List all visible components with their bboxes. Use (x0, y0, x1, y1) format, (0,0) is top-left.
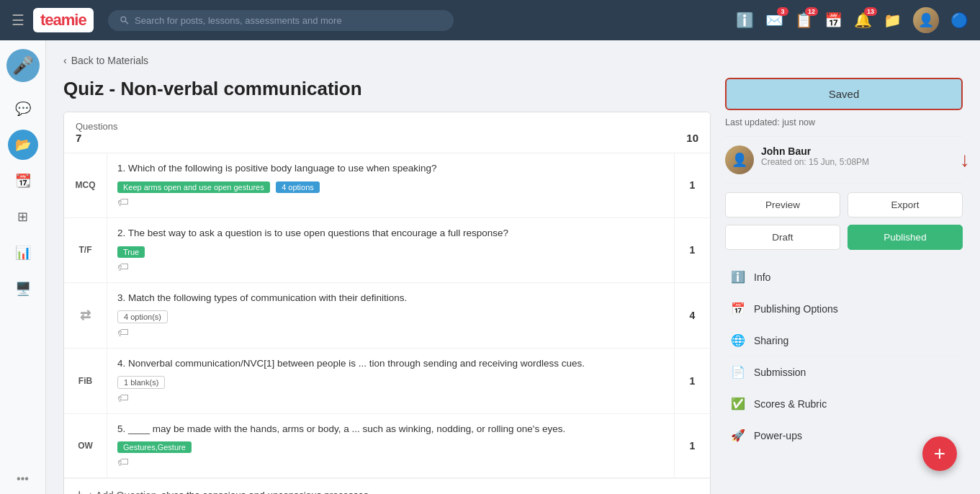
menu-list: ℹ️ Info 📅 Publishing Options 🌐 Sharing 📄… (725, 261, 963, 451)
sidebar-more-icon[interactable]: ••• (17, 472, 29, 485)
questions-label: Questions (76, 121, 118, 132)
info-menu-icon: ℹ️ (731, 270, 745, 284)
messages-badge: 3 (777, 7, 788, 16)
help-icon[interactable]: 🔵 (950, 12, 968, 29)
menu-item-publishing-label: Publishing Options (754, 303, 838, 315)
info-icon-nav[interactable]: ℹ️ (736, 12, 754, 29)
bookmark-icon-4[interactable]: 🏷 (117, 392, 664, 405)
menu-item-submission[interactable]: 📄 Submission (725, 356, 963, 388)
table-row: ⇄ 3. Match the following types of commun… (64, 283, 710, 349)
question-type-fib: FiB (64, 349, 107, 413)
question-tag-1b: 4 options (276, 181, 320, 193)
bookmark-icon-3[interactable]: 🏷 (117, 326, 664, 339)
table-header: Questions 7 10 (64, 112, 710, 153)
question-content-2[interactable]: 2. The best way to ask a question is to … (107, 218, 674, 282)
question-points-1: 1 (674, 153, 710, 217)
question-text-5: 5. ____ may be made with the hands, arms… (117, 423, 664, 436)
sidebar-item-messages[interactable]: 💬 (8, 94, 38, 124)
table-row: MCQ 1. Which of the following is positiv… (64, 153, 710, 218)
questions-count: 7 (76, 132, 118, 144)
search-icon (120, 15, 129, 25)
question-content-5[interactable]: 5. ____ may be made with the hands, arms… (107, 414, 674, 478)
question-text-1: 1. Which of the following is positive bo… (117, 162, 664, 176)
last-row-preview: olves the conscious and unconscious proc… (161, 490, 698, 494)
menu-item-sharing[interactable]: 🌐 Sharing (725, 325, 963, 356)
fab-plus-icon: + (934, 442, 945, 465)
question-content-1[interactable]: 1. Which of the following is positive bo… (107, 153, 674, 217)
bookmark-icon-1[interactable]: 🏷 (117, 196, 664, 209)
sidebar-item-materials[interactable]: 📂 (8, 130, 38, 160)
add-question-label: + Add Question (88, 490, 157, 494)
question-text-2: 2. The best way to ask a question is to … (117, 227, 664, 241)
question-type-tf: T/F (64, 218, 107, 282)
author-name: John Baur (761, 145, 869, 157)
export-button[interactable]: Export (848, 192, 963, 217)
menu-item-info-label: Info (754, 271, 770, 283)
hamburger-icon[interactable]: ☰ (12, 12, 24, 29)
question-content-4[interactable]: 4. Nonverbal communication/NVC[1] betwee… (107, 349, 674, 413)
sidebar-item-analytics[interactable]: 📊 (8, 238, 38, 268)
bell-badge: 13 (864, 7, 877, 16)
sidebar-item-display[interactable]: 🖥️ (8, 274, 38, 304)
right-panel: Saved Last updated: just now 👤 John Baur… (725, 78, 963, 494)
shuffle-icon: ⇄ (80, 307, 91, 323)
published-button[interactable]: Published (848, 225, 963, 250)
messages-icon[interactable]: ✉️ 3 (765, 12, 783, 29)
question-points-4: 1 (674, 349, 710, 413)
question-text-3: 3. Match the following types of communic… (117, 292, 664, 305)
back-nav[interactable]: ‹ Back to Materials (63, 55, 963, 66)
fab-button[interactable]: + (922, 436, 957, 471)
sidebar-avatar-icon: 🎤 (12, 55, 34, 76)
bookmark-icon-2[interactable]: 🏷 (117, 261, 664, 274)
posts-badge: 12 (805, 7, 818, 16)
calendar-icon[interactable]: 📅 (824, 12, 842, 29)
menu-item-scores[interactable]: ✅ Scores & Rubric (725, 388, 963, 420)
user-avatar[interactable]: 👤 (913, 7, 939, 33)
sidebar-user-avatar[interactable]: 🎤 (6, 49, 40, 82)
sidebar-item-schedule[interactable]: 📆 (8, 166, 38, 196)
question-points-2: 1 (674, 218, 710, 282)
menu-item-submission-label: Submission (754, 367, 806, 378)
question-tag-2a: True (117, 246, 145, 258)
questions-table: Questions 7 10 MCQ 1. Which of the follo… (63, 112, 711, 494)
menu-item-scores-label: Scores & Rubric (754, 398, 827, 410)
draft-button[interactable]: Draft (725, 225, 840, 250)
search-input[interactable] (135, 15, 442, 26)
bookmark-icon-5[interactable]: 🏷 (117, 456, 664, 469)
content-area: Quiz - Non-verbal communication Question… (63, 78, 963, 494)
add-question-row[interactable]: + + Add Question olves the conscious and… (64, 478, 710, 494)
sidebar: 🎤 💬 📂 📆 ⊞ 📊 🖥️ ••• (0, 40, 46, 494)
search-bar[interactable] (108, 10, 454, 31)
question-type-mcq: MCQ (64, 153, 107, 217)
table-row: OW 5. ____ may be made with the hands, a… (64, 414, 710, 479)
files-icon[interactable]: 📁 (884, 12, 902, 29)
status-buttons: Draft Published (725, 225, 963, 250)
top-nav: ☰ teamie ℹ️ ✉️ 3 📋 12 📅 🔔 13 📁 👤 🔵 (0, 0, 980, 40)
action-buttons: Preview Export (725, 192, 963, 217)
question-points-5: 1 (674, 414, 710, 478)
question-tag-5a: Gestures,Gesture (117, 441, 192, 453)
preview-button[interactable]: Preview (725, 192, 840, 217)
sidebar-item-grid[interactable]: ⊞ (8, 202, 38, 232)
avatar-image: 👤 (913, 7, 939, 33)
back-chevron-icon: ‹ (63, 55, 67, 66)
table-row: FiB 4. Nonverbal communication/NVC[1] be… (64, 349, 710, 414)
sharing-menu-icon: 🌐 (731, 333, 745, 347)
question-content-3[interactable]: 3. Match the following types of communic… (107, 283, 674, 348)
menu-item-publishing[interactable]: 📅 Publishing Options (725, 293, 963, 325)
question-tag-1a: Keep arms open and use open gestures (117, 181, 270, 193)
publishing-menu-icon: 📅 (731, 302, 745, 315)
question-type-ow: OW (64, 414, 107, 478)
svg-point-0 (121, 17, 126, 22)
main-wrapper: ‹ Back to Materials Quiz - Non-verbal co… (46, 40, 980, 494)
saved-button[interactable]: Saved (725, 78, 963, 110)
question-points-3: 4 (674, 283, 710, 348)
left-panel: Quiz - Non-verbal communication Question… (63, 78, 711, 494)
menu-item-info[interactable]: ℹ️ Info (725, 261, 963, 293)
powerups-menu-icon: 🚀 (731, 428, 745, 442)
bell-icon[interactable]: 🔔 13 (854, 12, 872, 29)
logo: teamie (40, 11, 86, 30)
menu-item-powerups-label: Power-ups (754, 430, 802, 441)
posts-icon[interactable]: 📋 12 (795, 12, 813, 29)
svg-line-1 (125, 21, 128, 24)
